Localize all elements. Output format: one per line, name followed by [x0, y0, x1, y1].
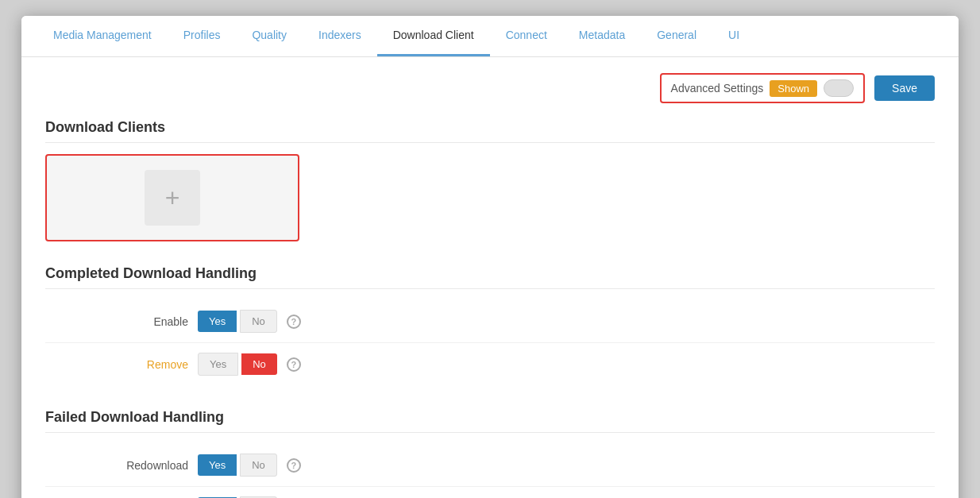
failed-download-section: Failed Download Handling Redownload Yes … [45, 409, 935, 498]
redownload-no-button[interactable]: No [240, 454, 277, 477]
tab-media-management[interactable]: Media Management [37, 16, 168, 56]
remove-completed-no-button[interactable]: No [241, 353, 277, 375]
redownload-help-icon[interactable]: ? [287, 458, 301, 473]
tab-bar: Media Management Profiles Quality Indexe… [21, 16, 959, 57]
advanced-settings-toggle[interactable] [824, 79, 854, 97]
tab-quality[interactable]: Quality [236, 16, 303, 56]
tab-metadata[interactable]: Metadata [563, 16, 641, 56]
completed-download-heading: Completed Download Handling [45, 265, 935, 289]
shown-badge[interactable]: Shown [770, 80, 817, 97]
enable-help-icon[interactable]: ? [287, 315, 301, 329]
app-window: Media Management Profiles Quality Indexe… [21, 16, 959, 498]
remove-completed-toggle-group: Yes No [198, 353, 277, 376]
add-client-icon: + [145, 170, 200, 226]
enable-row: Enable Yes No ? [45, 300, 935, 342]
redownload-label: Redownload [45, 459, 188, 472]
add-client-card[interactable]: + [45, 154, 299, 241]
download-clients-heading: Download Clients [45, 119, 935, 143]
remove-failed-row: Remove Yes No ? [45, 486, 935, 498]
content-area: Advanced Settings Shown Save Download Cl… [21, 57, 959, 498]
enable-toggle-group: Yes No [198, 310, 277, 333]
tab-connect[interactable]: Connect [490, 16, 563, 56]
download-clients-section: Download Clients + [45, 119, 935, 241]
advanced-settings-box: Advanced Settings Shown [660, 73, 866, 103]
save-button[interactable]: Save [874, 75, 935, 101]
completed-download-section: Completed Download Handling Enable Yes N… [45, 265, 935, 385]
remove-completed-row: Remove Yes No ? [45, 342, 935, 385]
tab-profiles[interactable]: Profiles [168, 16, 237, 56]
tab-download-client[interactable]: Download Client [377, 16, 490, 56]
advanced-settings-label: Advanced Settings [671, 82, 764, 95]
top-controls: Advanced Settings Shown Save [45, 73, 935, 103]
enable-label: Enable [45, 315, 188, 328]
tab-indexers[interactable]: Indexers [303, 16, 377, 56]
remove-completed-yes-button[interactable]: Yes [198, 353, 238, 376]
failed-download-heading: Failed Download Handling [45, 409, 935, 433]
tab-ui[interactable]: UI [712, 16, 755, 56]
enable-yes-button[interactable]: Yes [198, 311, 237, 332]
remove-completed-label: Remove [45, 358, 188, 371]
redownload-yes-button[interactable]: Yes [198, 454, 237, 476]
remove-completed-help-icon[interactable]: ? [287, 357, 301, 372]
tab-general[interactable]: General [641, 16, 712, 56]
enable-no-button[interactable]: No [240, 310, 277, 333]
redownload-row: Redownload Yes No ? [45, 444, 935, 486]
redownload-toggle-group: Yes No [198, 454, 277, 477]
